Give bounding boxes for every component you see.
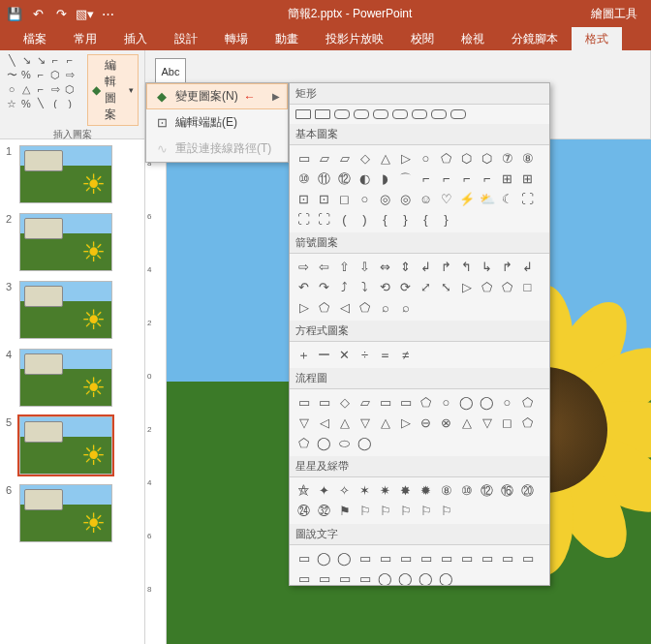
shape-option[interactable]: ▭ bbox=[499, 550, 515, 567]
ribbon-tab-檢視[interactable]: 檢視 bbox=[448, 27, 498, 50]
shape-option[interactable]: ▭ bbox=[438, 550, 454, 567]
slide-thumbnail-image[interactable] bbox=[19, 281, 112, 339]
shape-option[interactable]: ⬭ bbox=[336, 435, 353, 451]
shape-option[interactable]: ⚐ bbox=[438, 503, 454, 519]
shape-option[interactable]: ◻ bbox=[336, 191, 353, 207]
shape-option[interactable]: ↳ bbox=[479, 259, 495, 275]
shape-option[interactable]: ⚐ bbox=[356, 503, 373, 519]
slide-thumbnail-image[interactable] bbox=[19, 484, 112, 542]
shape-option[interactable]: ー bbox=[316, 347, 332, 363]
shape-option[interactable]: ✷ bbox=[377, 482, 393, 499]
shape-option[interactable]: ✧ bbox=[336, 482, 353, 499]
shape-option[interactable]: ▽ bbox=[356, 414, 373, 431]
shape-option[interactable]: ⑫ bbox=[336, 170, 353, 187]
shape-option[interactable]: ⛶ bbox=[295, 211, 312, 228]
slide-thumbnail-panel[interactable]: 123456 bbox=[0, 139, 145, 644]
shape-option[interactable]: ⌕ bbox=[377, 299, 393, 316]
shape-option[interactable]: ▽ bbox=[295, 414, 312, 431]
slide-thumbnail-image[interactable] bbox=[19, 145, 112, 203]
shape-option[interactable]: ◯ bbox=[336, 550, 353, 567]
shape-option[interactable]: ⚐ bbox=[418, 503, 434, 519]
ribbon-tab-投影片放映[interactable]: 投影片放映 bbox=[312, 27, 397, 50]
shape-option[interactable]: ⑳ bbox=[519, 482, 536, 499]
shape-option[interactable]: ⌕ bbox=[397, 299, 414, 316]
shape-option[interactable]: ◐ bbox=[356, 170, 373, 187]
shape-option[interactable] bbox=[334, 109, 350, 119]
shape-option[interactable]: ⇩ bbox=[356, 259, 373, 275]
shape-option[interactable]: ⬠ bbox=[499, 279, 515, 295]
shape-option[interactable]: ⬠ bbox=[519, 414, 536, 431]
shape-option[interactable]: { bbox=[377, 211, 393, 228]
shape-option[interactable]: ⑦ bbox=[499, 150, 515, 167]
shape-option[interactable]: ↶ bbox=[295, 279, 312, 295]
shape-option[interactable]: ⤢ bbox=[418, 279, 434, 295]
shape-option[interactable]: ▱ bbox=[316, 150, 332, 167]
shape-option[interactable] bbox=[450, 109, 466, 119]
shape-option[interactable]: ⑩ bbox=[458, 482, 475, 499]
shape-option[interactable]: ⚑ bbox=[336, 503, 353, 519]
shape-option[interactable] bbox=[373, 109, 388, 119]
shape-option[interactable]: ) bbox=[356, 211, 373, 228]
shape-option[interactable]: ⊡ bbox=[295, 191, 312, 207]
change-shape-item[interactable]: ◆ 變更圖案(N) ← ▶ bbox=[146, 83, 288, 109]
shape-option[interactable]: ⑧ bbox=[438, 482, 454, 499]
shape-option[interactable]: } bbox=[438, 211, 454, 228]
shape-option[interactable]: ▭ bbox=[295, 394, 312, 411]
shape-option[interactable]: △ bbox=[377, 414, 393, 431]
shape-option[interactable]: ⛶ bbox=[519, 191, 536, 207]
shape-option[interactable] bbox=[392, 109, 408, 119]
undo-button[interactable]: ↶ bbox=[27, 3, 48, 24]
shape-option[interactable]: ⇕ bbox=[397, 259, 414, 275]
shape-option[interactable]: ▭ bbox=[479, 550, 495, 567]
shape-option[interactable]: ⤵ bbox=[356, 279, 373, 295]
shape-option[interactable]: ○ bbox=[438, 394, 454, 411]
shape-option[interactable]: ▱ bbox=[336, 150, 353, 167]
shape-option[interactable]: ⬡ bbox=[479, 150, 495, 167]
shape-option[interactable]: ✦ bbox=[316, 482, 332, 499]
shape-option[interactable]: ◗ bbox=[377, 170, 393, 187]
shape-option[interactable]: ⇧ bbox=[336, 259, 353, 275]
shape-option[interactable]: { bbox=[418, 211, 434, 228]
shape-option[interactable]: ⊡ bbox=[316, 191, 332, 207]
save-button[interactable]: 💾 bbox=[4, 3, 25, 24]
ribbon-tab-校閱[interactable]: 校閱 bbox=[397, 27, 448, 50]
shape-option[interactable]: ⚐ bbox=[377, 503, 393, 519]
shape-option[interactable]: ✶ bbox=[356, 482, 373, 499]
shape-option[interactable]: ○ bbox=[356, 191, 373, 207]
shape-option[interactable]: ⛤ bbox=[295, 482, 312, 499]
slide-thumbnail-image[interactable] bbox=[19, 416, 112, 475]
shape-option[interactable]: ◁ bbox=[316, 414, 332, 431]
shape-option[interactable]: ▭ bbox=[377, 550, 393, 567]
shape-option[interactable]: ▭ bbox=[316, 570, 332, 586]
shape-option[interactable]: ⑫ bbox=[479, 482, 495, 499]
shape-option[interactable]: ⇦ bbox=[316, 259, 332, 275]
shape-option[interactable]: ▭ bbox=[295, 570, 312, 586]
shape-option[interactable]: ↲ bbox=[418, 259, 434, 275]
shape-option[interactable]: ▭ bbox=[356, 570, 373, 586]
shape-option[interactable]: ☺ bbox=[418, 191, 434, 207]
shape-option[interactable]: ↱ bbox=[499, 259, 515, 275]
shape-option[interactable]: ▷ bbox=[458, 279, 475, 295]
shape-option[interactable]: ⬠ bbox=[479, 279, 495, 295]
shape-option[interactable]: ⌐ bbox=[438, 170, 454, 187]
shape-option[interactable]: ◯ bbox=[356, 435, 373, 451]
ribbon-tab-格式[interactable]: 格式 bbox=[572, 27, 622, 50]
shape-option[interactable]: ◯ bbox=[316, 435, 332, 451]
shape-option[interactable]: ⤴ bbox=[336, 279, 353, 295]
shape-option[interactable]: ㉔ bbox=[295, 503, 312, 519]
shape-style-preset[interactable]: Abc bbox=[155, 58, 186, 85]
shape-option[interactable]: ⬠ bbox=[316, 299, 332, 316]
shape-option[interactable]: } bbox=[397, 211, 414, 228]
shape-option[interactable]: ㉜ bbox=[316, 503, 332, 519]
shape-option[interactable]: ▭ bbox=[336, 570, 353, 586]
shape-option[interactable]: ⇨ bbox=[295, 259, 312, 275]
shape-option[interactable]: ↷ bbox=[316, 279, 332, 295]
shape-option[interactable]: ♡ bbox=[438, 191, 454, 207]
shape-option[interactable] bbox=[315, 109, 330, 119]
shape-option[interactable]: ⬠ bbox=[356, 299, 373, 316]
shape-option[interactable]: ＝ bbox=[377, 347, 393, 363]
shape-option[interactable]: ⚡ bbox=[458, 191, 475, 207]
slide-thumbnail-image[interactable] bbox=[19, 213, 112, 271]
shape-option[interactable]: ⬠ bbox=[519, 394, 536, 411]
shapes-gallery[interactable]: ╲↘↘⌐⌐〜%⌐ ⬡⇨○△⌐⇨⬡☆ %╲(){} bbox=[6, 54, 83, 108]
